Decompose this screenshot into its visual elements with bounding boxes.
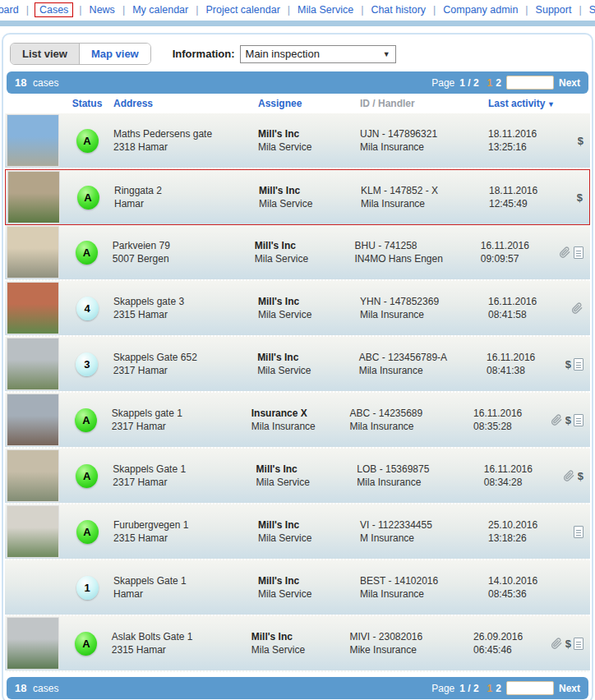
status-cell: A xyxy=(61,632,112,656)
status-badge[interactable]: A xyxy=(75,408,97,432)
case-photo-thumbnail[interactable] xyxy=(7,114,59,167)
case-photo-thumbnail[interactable] xyxy=(7,394,59,446)
document-lines xyxy=(576,362,581,369)
status-cell: A xyxy=(61,520,113,544)
case-photo-thumbnail xyxy=(7,561,59,614)
page-number-2[interactable]: 2 xyxy=(496,77,501,89)
case-photo-thumbnail[interactable] xyxy=(7,505,59,558)
activity-time: 06:45:46 xyxy=(473,643,550,656)
case-photo-thumbnail[interactable] xyxy=(7,338,59,390)
case-row[interactable]: A Aslak Bolts Gate 1 2315 Hamar Mill's I… xyxy=(5,616,590,672)
paperclip-icon xyxy=(550,637,563,650)
address-line1: Furubergvegen 1 xyxy=(113,518,258,532)
status-badge[interactable]: A xyxy=(76,520,99,544)
page-label: Page xyxy=(431,77,454,89)
status-badge[interactable]: A xyxy=(76,464,98,488)
case-row[interactable]: A Ringgata 2 Hamar Mill's Inc Mila Servi… xyxy=(5,169,590,225)
status-badge[interactable]: A xyxy=(75,632,97,656)
tab-list-view[interactable]: List view xyxy=(11,44,80,64)
next-page-button[interactable]: Next xyxy=(559,683,580,694)
information-select[interactable]: Main inspection ▼ xyxy=(240,45,396,63)
nav-item-mila-service[interactable]: Mila Service xyxy=(296,3,355,16)
nav-item-chat-history[interactable]: Chat history xyxy=(369,3,427,16)
nav-item-news[interactable]: News xyxy=(88,3,117,16)
nav-item-dashboard[interactable]: Dashboard xyxy=(0,3,21,16)
document-lines xyxy=(576,530,581,537)
address-line1: Skappels Gate 1 xyxy=(113,574,258,587)
activity-time: 08:35:28 xyxy=(473,420,550,433)
case-last-activity: 16.11.2016 08:35:28 xyxy=(473,407,550,433)
nav-item-sign-out[interactable]: Sign out xyxy=(588,3,595,16)
case-assignee: Mill's Inc Mila Service xyxy=(258,518,360,545)
case-row[interactable]: 1 Skappels Gate 1 Hamar Mill's Inc Mila … xyxy=(5,560,590,616)
case-row[interactable]: A Skappels gate 1 2317 Hamar Insurance X… xyxy=(5,393,590,449)
activity-date: 26.09.2016 xyxy=(473,630,550,643)
case-row[interactable]: A Furubergvegen 1 2315 Hamar Mill's Inc … xyxy=(5,504,590,560)
assignee-company: Mill's Inc xyxy=(258,574,360,587)
address-line2: 2317 Hamar xyxy=(113,364,257,377)
column-header-status[interactable]: Status xyxy=(61,98,113,109)
view-toolbar: List view Map view Information: Main ins… xyxy=(5,38,590,71)
status-badge[interactable]: 3 xyxy=(76,352,98,376)
case-address: Furubergvegen 1 2315 Hamar xyxy=(113,518,258,545)
status-badge[interactable]: A xyxy=(77,186,99,210)
column-header-address[interactable]: Address xyxy=(113,98,258,109)
case-photo-thumbnail[interactable] xyxy=(7,171,60,223)
page-jump-input[interactable] xyxy=(506,681,554,695)
assignee-org: Mila Service xyxy=(256,476,357,489)
page-numbers: 12 xyxy=(487,683,501,694)
page-number-2[interactable]: 2 xyxy=(496,683,501,694)
assignee-org: Mila Service xyxy=(258,308,360,321)
case-id: MIVI - 23082016 xyxy=(349,630,473,643)
page-number-1[interactable]: 1 xyxy=(487,77,493,89)
activity-time: 13:18:26 xyxy=(488,532,567,545)
nav-separator: | xyxy=(433,4,436,16)
case-photo-thumbnail[interactable] xyxy=(7,226,59,279)
status-badge[interactable]: 4 xyxy=(76,297,99,320)
column-header-activity[interactable]: Last activity ▼ xyxy=(488,98,567,109)
activity-time: 13:25:16 xyxy=(488,140,567,154)
page-number-1[interactable]: 1 xyxy=(487,683,493,694)
status-badge[interactable]: A xyxy=(76,129,99,153)
case-row[interactable]: 4 Skappels gate 3 2315 Hamar Mill's Inc … xyxy=(5,281,590,337)
nav-item-my-calendar[interactable]: My calendar xyxy=(131,3,190,16)
assignee-company: Mill's Inc xyxy=(258,518,360,532)
column-header-assignee[interactable]: Assignee xyxy=(258,98,360,109)
address-line2: 2317 Hamar xyxy=(112,420,251,433)
status-badge[interactable]: A xyxy=(76,241,98,265)
case-last-activity: 16.11.2016 09:09:57 xyxy=(481,239,558,265)
case-photo-thumbnail[interactable] xyxy=(7,449,59,502)
case-row[interactable]: A Skappels Gate 1 2317 Hamar Mill's Inc … xyxy=(5,449,590,504)
case-row[interactable]: A Parkveien 79 5007 Bergen Mill's Inc Mi… xyxy=(5,225,590,281)
document-lines xyxy=(576,251,581,257)
case-handler: Mila Insurance xyxy=(361,197,489,210)
nav-separator: | xyxy=(196,4,198,16)
assignee-company: Mill's Inc xyxy=(251,630,350,643)
status-badge[interactable]: 1 xyxy=(76,576,99,600)
case-photo-thumbnail[interactable] xyxy=(7,617,59,670)
status-cell: A xyxy=(62,186,114,210)
nav-item-support[interactable]: Support xyxy=(534,3,574,16)
page-jump-input[interactable] xyxy=(506,76,554,90)
case-address: Maths Pedersens gate 2318 Hamar xyxy=(113,127,258,154)
address-line1: Skappels gate 3 xyxy=(113,295,258,308)
page-fraction: 1 / 2 xyxy=(459,683,478,694)
case-indicator-icons xyxy=(567,302,590,315)
nav-separator: | xyxy=(579,4,581,16)
nav-item-company-admin[interactable]: Company admin xyxy=(441,3,519,16)
case-id: VI - 1122334455 xyxy=(360,518,488,532)
activity-date: 16.11.2016 xyxy=(481,239,558,252)
case-assignee: Mill's Inc Mila Service xyxy=(258,574,360,601)
case-photo-thumbnail[interactable] xyxy=(7,282,59,334)
column-header-id[interactable]: ID / Handler xyxy=(360,98,488,109)
case-count-wrap: 18 cases xyxy=(15,76,58,89)
tab-map-view[interactable]: Map view xyxy=(80,44,150,64)
case-row[interactable]: 3 Skappels Gate 652 2317 Hamar Mill's In… xyxy=(5,337,590,393)
case-list: A Maths Pedersens gate 2318 Hamar Mill's… xyxy=(5,113,590,672)
case-count-label: cases xyxy=(33,683,58,694)
nav-item-project-calendar[interactable]: Project calendar xyxy=(204,3,281,16)
case-row[interactable]: A Maths Pedersens gate 2318 Hamar Mill's… xyxy=(5,113,590,169)
next-page-button[interactable]: Next xyxy=(559,77,580,89)
nav-item-cases[interactable]: Cases xyxy=(35,2,73,17)
nav-divider-strip xyxy=(0,21,595,26)
